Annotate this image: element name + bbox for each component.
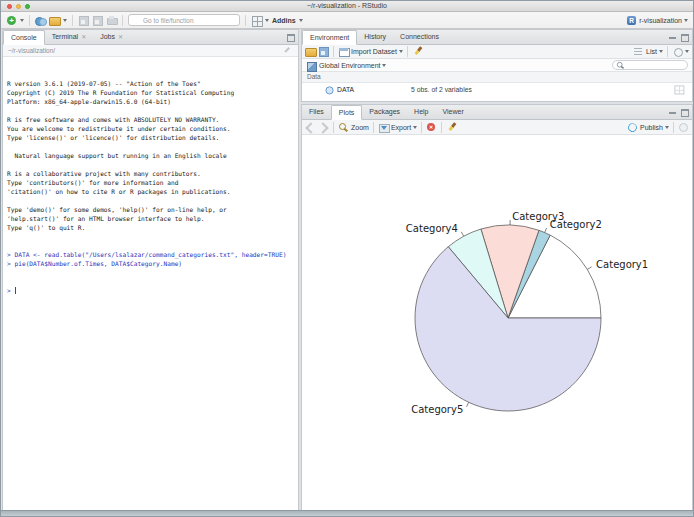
console-prompt-line: > <box>7 286 294 295</box>
environment-tabstrip: Environment History Connections <box>302 30 692 45</box>
zoom-icon[interactable] <box>338 122 349 133</box>
maximize-panel-icon[interactable] <box>681 108 689 116</box>
console-options-icon[interactable] <box>282 45 293 56</box>
pie-label-tick <box>461 232 463 236</box>
working-directory: ~/r-visualization/ <box>8 45 55 56</box>
object-name: DATA <box>337 86 354 93</box>
pie-slice-label: Category1 <box>596 259 648 270</box>
new-file-dropdown[interactable] <box>20 19 24 22</box>
project-selector[interactable]: r-visualization <box>626 15 688 26</box>
r-project-icon <box>626 15 637 26</box>
tab-plots[interactable]: Plots <box>331 105 363 120</box>
environment-scope-bar: Global Environment <box>302 59 692 72</box>
pie-label-tick <box>467 402 469 407</box>
tab-help[interactable]: Help <box>407 105 435 119</box>
open-file-icon[interactable] <box>49 15 60 26</box>
remove-plot-icon[interactable] <box>426 122 437 133</box>
import-dataset-dropdown[interactable] <box>399 50 403 53</box>
tab-viewer[interactable]: Viewer <box>436 105 471 119</box>
maximize-panel-icon[interactable] <box>287 33 295 41</box>
console-output: R version 3.6.1 (2019-07-05) -- "Action … <box>7 79 294 232</box>
panes-grid-icon[interactable] <box>251 15 262 26</box>
project-dropdown <box>684 19 688 22</box>
object-summary: 5 obs. of 2 variables <box>411 86 472 93</box>
new-file-icon[interactable] <box>6 15 17 26</box>
plots-tabstrip: Files Plots Packages Help Viewer <box>302 105 692 120</box>
load-workspace-icon[interactable] <box>305 46 316 57</box>
text-cursor <box>15 287 16 294</box>
console-path-bar: ~/r-visualization/ <box>3 45 298 57</box>
main-toolbar: Addins r-visualization <box>1 12 693 29</box>
goto-file-input[interactable] <box>128 14 240 26</box>
console-command: > pie(DATA$Number.of.Times, DATA$Categor… <box>7 259 294 268</box>
console-body[interactable]: R version 3.6.1 (2019-07-05) -- "Action … <box>3 57 298 497</box>
import-table-icon[interactable] <box>338 46 349 57</box>
console-panel: Console Terminal ✕ Jobs ✕ ~/r-visualizat… <box>2 29 299 511</box>
export-dropdown[interactable] <box>413 126 417 129</box>
tab-history[interactable]: History <box>357 30 393 44</box>
pie-slice-label: Category4 <box>406 223 458 234</box>
save-icon <box>78 15 89 26</box>
console-command: > DATA <- read.table("/Users/lsalazar/co… <box>7 250 294 259</box>
toolbar-separator <box>29 15 30 26</box>
close-icon[interactable]: ✕ <box>81 30 86 44</box>
panes-dropdown[interactable] <box>265 19 269 22</box>
toolbar-separator <box>122 15 123 26</box>
pie-label-tick <box>545 228 547 233</box>
environment-panel: Environment History Connections Import D… <box>301 29 693 102</box>
environment-scope[interactable]: Global Environment <box>319 62 380 69</box>
scope-dropdown[interactable] <box>382 64 386 67</box>
new-project-icon[interactable] <box>35 15 46 26</box>
zoom-button[interactable]: Zoom <box>351 124 369 131</box>
clear-environment-broom-icon[interactable] <box>412 46 423 57</box>
tab-jobs[interactable]: Jobs ✕ <box>93 30 130 44</box>
pie-slice-label: Category3 <box>512 211 564 222</box>
toolbar-separator <box>72 15 73 26</box>
addins-dropdown[interactable] <box>299 19 303 22</box>
recent-files-dropdown[interactable] <box>63 19 67 22</box>
export-button[interactable]: Export <box>391 124 411 131</box>
grid-view-icon[interactable] <box>674 85 684 95</box>
tab-connections[interactable]: Connections <box>393 30 446 44</box>
tab-files[interactable]: Files <box>302 105 331 119</box>
search-icon <box>616 61 625 70</box>
refresh-icon[interactable] <box>672 46 683 57</box>
plots-panel: Files Plots Packages Help Viewer <box>301 104 693 511</box>
window-bottom-edge <box>1 510 693 516</box>
export-icon[interactable] <box>378 122 389 133</box>
plots-toolbar: Zoom Export Publish <box>302 120 692 135</box>
next-plot-icon <box>318 122 329 133</box>
rstudio-window: ~/r-visualization - RStudio Addins r-vis… <box>0 0 694 517</box>
import-dataset-button[interactable]: Import Dataset <box>351 48 397 55</box>
publish-button[interactable]: Publish <box>640 124 663 131</box>
publish-dropdown[interactable] <box>665 126 669 129</box>
titlebar: ~/r-visualization - RStudio <box>1 1 693 12</box>
cube-icon <box>306 60 317 71</box>
list-view-dropdown[interactable] <box>659 50 663 53</box>
tab-terminal[interactable]: Terminal ✕ <box>45 30 93 44</box>
plot-area: Category1Category2Category3Category4Cate… <box>302 135 692 510</box>
save-workspace-icon[interactable] <box>318 46 329 57</box>
print-icon <box>106 15 117 26</box>
list-view-button[interactable]: List <box>646 48 657 55</box>
tab-console[interactable]: Console <box>3 30 45 45</box>
close-icon[interactable]: ✕ <box>118 30 123 44</box>
environment-object-row[interactable]: DATA 5 obs. of 2 variables <box>302 83 692 95</box>
refresh-dropdown[interactable] <box>685 50 689 53</box>
data-object-icon <box>325 84 335 94</box>
tab-environment[interactable]: Environment <box>302 30 357 45</box>
clear-plots-broom-icon[interactable] <box>446 122 457 133</box>
environment-search-input[interactable] <box>612 60 688 70</box>
list-view-icon[interactable] <box>633 46 644 57</box>
maximize-panel-icon[interactable] <box>681 33 689 41</box>
minimize-panel-icon[interactable] <box>669 108 677 116</box>
addins-button[interactable]: Addins <box>272 17 296 24</box>
tab-packages[interactable]: Packages <box>362 105 407 119</box>
pie-chart: Category1Category2Category3Category4Cate… <box>302 135 694 510</box>
minimize-panel-icon[interactable] <box>669 33 677 41</box>
gear-icon <box>678 122 689 133</box>
window-title: ~/r-visualization - RStudio <box>1 2 693 9</box>
publish-icon[interactable] <box>627 122 638 133</box>
project-name: r-visualization <box>639 17 682 24</box>
console-input-lines: > DATA <- read.table("/Users/lsalazar/co… <box>7 250 294 268</box>
